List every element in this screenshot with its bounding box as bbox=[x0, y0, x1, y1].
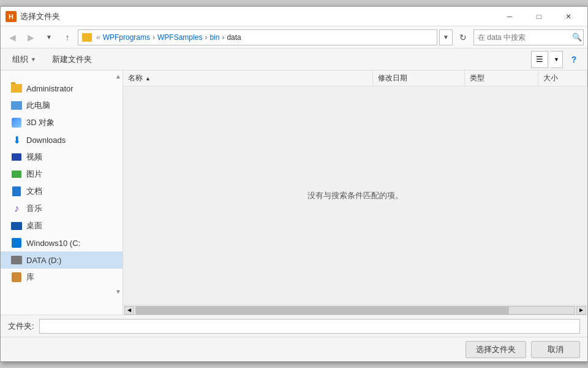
file-content-empty: 没有与搜索条件匹配的项。 bbox=[123, 86, 587, 305]
title-bar: H 选择文件夹 ─ □ ✕ bbox=[1, 7, 587, 26]
sidebar-item-3d-objects[interactable]: 3D 对象 bbox=[1, 114, 123, 131]
file-header: 名称 ▲ 修改日期 类型 大小 bbox=[123, 71, 587, 86]
col-header-date[interactable]: 修改日期 bbox=[373, 71, 465, 86]
pictures-icon bbox=[10, 169, 23, 180]
search-icon[interactable]: 🔍 bbox=[572, 33, 582, 42]
minimize-button[interactable]: ─ bbox=[496, 8, 524, 25]
scroll-left-button[interactable]: ◀ bbox=[124, 306, 134, 315]
address-bar: ◀ ▶ ▼ ↑ « WPFprograms › WPFSamples › bin… bbox=[1, 26, 587, 48]
recent-locations-button[interactable]: ▼ bbox=[41, 29, 57, 45]
window-controls: ─ □ ✕ bbox=[496, 8, 582, 25]
up-button[interactable]: ↑ bbox=[59, 29, 75, 45]
sidebar-item-this-pc[interactable]: 此电脑 bbox=[1, 97, 123, 114]
sidebar-item-label: 图片 bbox=[26, 169, 42, 180]
music-icon: ♪ bbox=[10, 203, 23, 214]
view-button[interactable]: ☰ bbox=[531, 51, 548, 68]
empty-message: 没有与搜索条件匹配的项。 bbox=[307, 190, 403, 201]
sidebar-scroll-up[interactable]: ▲ bbox=[115, 73, 121, 80]
sidebar-item-videos[interactable]: 视频 bbox=[1, 148, 123, 166]
sidebar-item-label: 桌面 bbox=[26, 220, 42, 231]
close-button[interactable]: ✕ bbox=[554, 8, 582, 25]
organize-dropdown-arrow: ▼ bbox=[31, 56, 36, 63]
administrator-icon bbox=[10, 83, 23, 94]
breadcrumb-part4[interactable]: data bbox=[227, 33, 241, 42]
sidebar-item-administrator[interactable]: Administrator bbox=[1, 80, 123, 97]
breadcrumb-part3[interactable]: bin bbox=[209, 33, 219, 42]
cancel-button[interactable]: 取消 bbox=[531, 341, 580, 358]
sidebar-item-label: 此电脑 bbox=[26, 100, 50, 111]
3d-objects-icon bbox=[10, 117, 23, 128]
horizontal-scrollbar: ◀ ▶ bbox=[123, 305, 587, 315]
breadcrumb: « WPFprograms › WPFSamples › bin › data bbox=[78, 29, 437, 45]
sidebar-item-label: Downloads bbox=[26, 136, 66, 145]
sidebar-item-desktop[interactable]: 桌面 bbox=[1, 217, 123, 234]
folder-label: 文件夹: bbox=[8, 321, 34, 332]
drive-icon bbox=[10, 255, 23, 266]
sort-arrow-name: ▲ bbox=[145, 75, 151, 82]
new-folder-button[interactable]: 新建文件夹 bbox=[45, 51, 99, 68]
library-icon bbox=[10, 272, 23, 283]
breadcrumb-part1[interactable]: WPFprograms bbox=[103, 33, 150, 42]
sidebar-item-label: 视频 bbox=[26, 151, 42, 163]
videos-icon bbox=[10, 151, 23, 163]
select-folder-button[interactable]: 选择文件夹 bbox=[466, 341, 526, 358]
sidebar-item-windows10[interactable]: Windows10 (C: bbox=[1, 234, 123, 251]
col-header-type[interactable]: 类型 bbox=[465, 71, 538, 86]
sidebar-item-downloads[interactable]: ⬇ Downloads bbox=[1, 131, 123, 148]
bottom-buttons: 选择文件夹 取消 bbox=[1, 337, 587, 361]
sidebar-scroll-down[interactable]: ▼ bbox=[115, 288, 121, 295]
sidebar-item-library[interactable]: 库 bbox=[1, 269, 123, 286]
col-header-name[interactable]: 名称 ▲ bbox=[123, 71, 373, 86]
dialog-title: 选择文件夹 bbox=[20, 11, 496, 22]
dialog-window: H 选择文件夹 ─ □ ✕ ◀ ▶ ▼ ↑ « WPFprograms › WP… bbox=[0, 6, 588, 362]
col-header-size[interactable]: 大小 bbox=[538, 71, 587, 86]
organize-button[interactable]: 组织 ▼ bbox=[6, 51, 43, 68]
breadcrumb-part2[interactable]: WPFSamples bbox=[157, 33, 202, 42]
refresh-button[interactable]: ↻ bbox=[455, 29, 471, 45]
sidebar-item-data-drive[interactable]: DATA (D:) bbox=[1, 251, 123, 269]
file-area: 名称 ▲ 修改日期 类型 大小 没有与搜索条件匹配的项。 ◀ bbox=[123, 71, 587, 315]
app-icon: H bbox=[6, 11, 17, 22]
scroll-right-button[interactable]: ▶ bbox=[576, 306, 586, 315]
sidebar-item-label: Windows10 (C: bbox=[26, 239, 80, 248]
sidebar-item-label: Administrator bbox=[26, 84, 74, 93]
maximize-button[interactable]: □ bbox=[525, 8, 553, 25]
search-box: 🔍 bbox=[473, 29, 584, 45]
breadcrumb-arrow3: › bbox=[222, 33, 224, 42]
toolbar: 组织 ▼ 新建文件夹 ☰ ▼ ? bbox=[1, 48, 587, 71]
sidebar-item-label: 库 bbox=[26, 272, 34, 283]
help-button[interactable]: ? bbox=[565, 51, 582, 68]
windows-icon bbox=[10, 237, 23, 248]
folder-input-row: 文件夹: bbox=[1, 315, 587, 337]
documents-icon bbox=[10, 186, 23, 197]
downloads-icon: ⬇ bbox=[10, 134, 23, 145]
folder-icon bbox=[82, 33, 92, 42]
main-area: ▲ Administrator 此电脑 3D 对象 bbox=[1, 71, 587, 315]
sidebar-item-label: 音乐 bbox=[26, 203, 42, 214]
view-dropdown-button[interactable]: ▼ bbox=[551, 51, 563, 68]
search-input[interactable] bbox=[478, 33, 570, 42]
sidebar-item-music[interactable]: ♪ 音乐 bbox=[1, 200, 123, 217]
desktop-icon bbox=[10, 220, 23, 231]
breadcrumb-arrow2: › bbox=[205, 33, 207, 42]
breadcrumb-sep1: « bbox=[96, 33, 100, 42]
sidebar-item-documents[interactable]: 文档 bbox=[1, 183, 123, 200]
sidebar: ▲ Administrator 此电脑 3D 对象 bbox=[1, 71, 123, 315]
breadcrumb-dropdown-button[interactable]: ▼ bbox=[439, 29, 453, 45]
scroll-track[interactable] bbox=[135, 306, 575, 315]
sidebar-item-label: DATA (D:) bbox=[26, 256, 61, 265]
sidebar-item-label: 文档 bbox=[26, 186, 42, 197]
back-button[interactable]: ◀ bbox=[4, 29, 20, 45]
sidebar-item-pictures[interactable]: 图片 bbox=[1, 166, 123, 183]
sidebar-item-label: 3D 对象 bbox=[26, 117, 55, 128]
forward-button[interactable]: ▶ bbox=[23, 29, 39, 45]
this-pc-icon bbox=[10, 100, 23, 111]
scroll-thumb bbox=[136, 307, 509, 314]
breadcrumb-arrow1: › bbox=[153, 33, 155, 42]
folder-input[interactable] bbox=[39, 319, 580, 334]
